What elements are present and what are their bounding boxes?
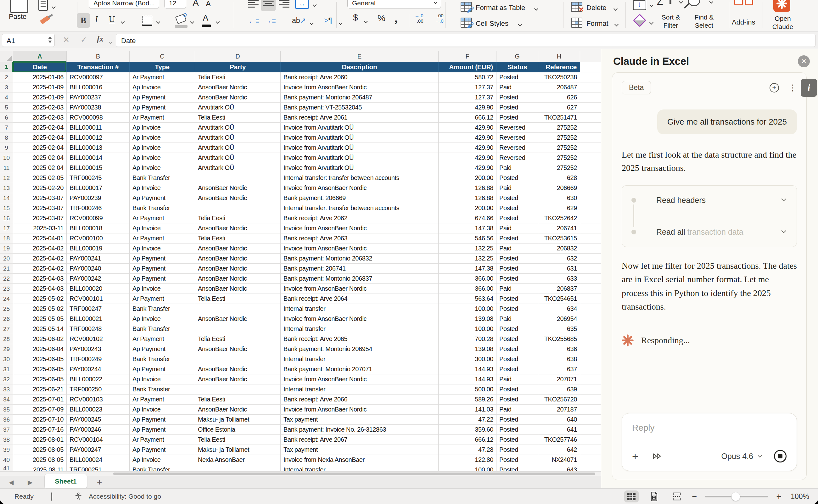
cell[interactable]: 628 <box>538 173 580 183</box>
cell[interactable]: BILL000013 <box>67 143 130 153</box>
merge-chevron[interactable] <box>313 2 316 8</box>
cell[interactable]: TRF000245 <box>67 173 130 183</box>
cell[interactable]: 100.00 <box>439 465 496 471</box>
cell[interactable]: Internal transfer <box>281 384 439 395</box>
cell[interactable]: 275252 <box>538 123 580 133</box>
cell[interactable] <box>580 435 601 445</box>
cell[interactable]: Tax payment <box>281 415 439 425</box>
row-number[interactable]: 37 <box>0 425 13 435</box>
reply-box[interactable]: Reply + Opus 4.6 <box>622 413 797 471</box>
cell[interactable] <box>580 103 601 113</box>
row-number[interactable]: 30 <box>0 354 13 364</box>
cell[interactable]: Bank payment: Montonio 206487 <box>281 92 439 103</box>
cell[interactable]: TKO256720 <box>538 395 580 405</box>
cell[interactable]: Posted <box>496 274 538 284</box>
cell[interactable]: Bank Transfer <box>130 324 195 334</box>
row-number[interactable]: 24 <box>0 294 13 304</box>
find-chevron[interactable] <box>710 0 713 4</box>
cell[interactable]: AnsonBaer Nordic <box>195 364 281 374</box>
cell[interactable]: Invoice from AnsonBaer Nordic <box>281 82 439 92</box>
cell[interactable]: 2025-08-05 <box>13 445 67 455</box>
cell[interactable]: 2025-03-11 <box>13 223 67 233</box>
cell[interactable] <box>580 213 601 223</box>
cell[interactable]: Posted <box>496 92 538 103</box>
cell[interactable]: Posted <box>496 364 538 374</box>
cell[interactable]: Invoice from Arvutitark OÜ <box>281 153 439 163</box>
cell[interactable]: 2025-02-20 <box>13 183 67 193</box>
page-break-view-icon[interactable] <box>670 490 684 502</box>
cell[interactable]: 429.90 <box>439 103 496 113</box>
cell[interactable]: Posted <box>496 425 538 435</box>
cell[interactable]: 2025-05-02 <box>13 304 67 314</box>
cell[interactable]: 2025-06-05 <box>13 364 67 374</box>
cell[interactable]: Ar Payment <box>130 435 195 445</box>
cell[interactable]: Ap Payment <box>130 445 195 455</box>
cell[interactable]: AnsonBaer Nordic <box>195 193 281 203</box>
cell[interactable]: 640 <box>538 415 580 425</box>
page-layout-view-icon[interactable] <box>647 490 661 502</box>
cell[interactable]: 641 <box>538 425 580 435</box>
cell[interactable]: 2025-03-07 <box>13 203 67 213</box>
cell[interactable]: BILL000014 <box>67 153 130 163</box>
cell[interactable] <box>580 334 601 344</box>
row-number[interactable]: 39 <box>0 445 13 455</box>
cell[interactable]: 2025-07-16 <box>13 425 67 435</box>
cell[interactable]: Reversed <box>496 123 538 133</box>
cell[interactable]: 47.22 <box>439 415 496 425</box>
row-number[interactable]: 12 <box>0 173 13 183</box>
cell[interactable]: 627 <box>538 103 580 113</box>
grow-font-icon[interactable]: A <box>193 0 199 8</box>
paste-options-chevron[interactable] <box>52 4 55 9</box>
row-number[interactable]: 21 <box>0 264 13 274</box>
cell[interactable]: 127.37 <box>439 82 496 92</box>
attach-icon[interactable]: + <box>632 451 638 462</box>
row-number[interactable]: 33 <box>0 384 13 395</box>
cell[interactable]: Paid <box>496 183 538 193</box>
cell[interactable]: RCV000103 <box>67 395 130 405</box>
cell[interactable]: 2025-05-14 <box>13 324 67 334</box>
cell[interactable]: Bank Transfer <box>130 384 195 395</box>
cell[interactable]: 100.00 <box>439 304 496 314</box>
cell[interactable] <box>580 82 601 92</box>
cell[interactable]: 629 <box>538 203 580 213</box>
row-number[interactable]: 26 <box>0 314 13 324</box>
reply-input[interactable]: Reply <box>632 423 787 433</box>
kebab-menu-icon[interactable]: ⋮ <box>788 83 797 93</box>
cell[interactable]: Internal transfer <box>281 354 439 364</box>
cell[interactable]: Bank receipt: Arve 2061 <box>281 113 439 123</box>
row-number[interactable]: 28 <box>0 334 13 344</box>
cell[interactable]: 2025-02-04 <box>13 123 67 133</box>
cell[interactable]: Posted <box>496 344 538 354</box>
row-number[interactable]: 22 <box>0 274 13 284</box>
cell[interactable]: Internal transfer: transfer between acco… <box>281 203 439 213</box>
row-number[interactable]: 7 <box>0 123 13 133</box>
row-number[interactable]: 31 <box>0 364 13 374</box>
macro-record-icon[interactable] <box>51 493 52 501</box>
cell[interactable]: 636 <box>538 344 580 354</box>
cell[interactable]: Bank receipt: Arve 2066 <box>281 395 439 405</box>
cell[interactable]: Bank receipt: Arve 2067 <box>281 435 439 445</box>
cell[interactable]: Posted <box>496 113 538 123</box>
comma-format-icon[interactable]: , <box>395 11 398 25</box>
cell[interactable]: NX24071 <box>538 455 580 465</box>
underline-button[interactable]: U <box>109 14 115 24</box>
cell[interactable]: RCV000104 <box>67 435 130 445</box>
cell[interactable]: 631 <box>538 264 580 274</box>
cell[interactable]: Ap Payment <box>130 103 195 113</box>
cell[interactable] <box>580 294 601 304</box>
cell[interactable]: PAY000240 <box>67 264 130 274</box>
cell[interactable]: 206487 <box>538 82 580 92</box>
open-claude-button[interactable]: Open Claude <box>766 14 799 31</box>
cell[interactable]: Bank Transfer <box>130 173 195 183</box>
merge-center-icon[interactable]: ↔ <box>295 0 309 9</box>
cell[interactable]: AnsonBaer Nordic <box>195 314 281 324</box>
header-cell[interactable]: Amount (EUR) <box>439 62 496 72</box>
cell[interactable]: Posted <box>496 324 538 334</box>
column-header-G[interactable]: G <box>496 51 538 62</box>
row-number[interactable]: 8 <box>0 133 13 143</box>
cell[interactable]: BILL000021 <box>67 314 130 324</box>
cell[interactable]: RCV000101 <box>67 294 130 304</box>
cell[interactable]: AnsonBaer Nordic <box>195 183 281 193</box>
cell[interactable]: 2025-07-09 <box>13 405 67 415</box>
cell[interactable]: 546.56 <box>439 233 496 244</box>
